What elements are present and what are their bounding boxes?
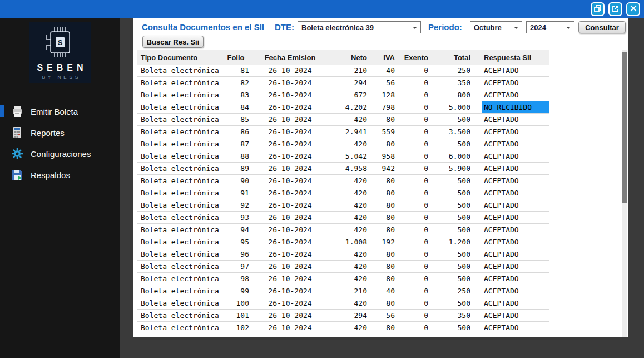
table-row[interactable]: Boleta electrónica 99 26-10-2024 210 40 … [137,285,549,297]
month-select[interactable]: Octubre [470,21,522,33]
tipo-documento-cell: Boleta electrónica [137,297,222,309]
fecha-emision-cell: 26-10-2024 [249,248,331,260]
iva-cell: 80 [367,322,395,334]
status-text: ACEPTADO [482,175,549,187]
total-cell: 250 [428,285,470,297]
close-icon [630,5,637,13]
restore-window-button[interactable] [591,2,605,16]
table-row[interactable]: Boleta electrónica 88 26-10-2024 5.042 9… [137,150,549,163]
total-cell: 5.900 [428,163,470,174]
iva-cell: 80 [367,248,395,260]
table-row[interactable]: Boleta electrónica 90 26-10-2024 420 80 … [137,175,549,187]
close-window-button[interactable] [626,2,640,16]
sidebar-item-respaldos[interactable]: Respaldos [0,164,120,185]
iva-cell: 40 [367,285,395,297]
respuesta-sii-cell: ACEPTADO [470,187,549,199]
respuesta-sii-cell: ACEPTADO [470,322,549,334]
maximize-window-button[interactable] [608,2,622,16]
table-row[interactable]: Boleta electrónica 84 26-10-2024 4.202 7… [137,101,549,114]
fecha-emision-cell: 26-10-2024 [249,187,331,199]
column-header: Total [428,52,470,63]
folio-cell: 98 [222,273,249,285]
tipo-documento-cell: Boleta electrónica [137,261,222,272]
neto-cell: 420 [331,199,367,211]
svg-text:S: S [58,38,63,47]
neto-cell: 420 [331,297,367,309]
sidebar-nav: Emitir Boleta Reportes [0,101,120,185]
total-cell: 500 [428,187,470,199]
column-header: Exento [395,52,428,63]
exento-cell: 0 [395,187,428,199]
table-row[interactable]: Boleta electrónica 87 26-10-2024 420 80 … [137,138,549,150]
table-row[interactable]: Boleta electrónica 98 26-10-2024 420 80 … [137,273,549,285]
total-cell: 1.200 [428,236,470,248]
column-header: Folio [222,52,249,63]
folio-cell: 101 [222,310,249,321]
dte-select-value: Boleta electrónica 39 [301,23,374,32]
year-select-value: 2024 [530,23,546,32]
vertical-scrollbar[interactable] [622,50,627,337]
app-logo: S SEBEN BY NESS [29,22,91,83]
dte-select[interactable]: Boleta electrónica 39 [298,21,421,33]
table-row[interactable]: Boleta electrónica 86 26-10-2024 2.941 5… [137,126,549,138]
exento-cell: 0 [395,114,428,125]
table-row[interactable]: Boleta electrónica 83 26-10-2024 672 128… [137,89,549,101]
sidebar-item-reportes[interactable]: Reportes [0,122,120,143]
fecha-emision-cell: 26-10-2024 [249,285,331,297]
table-row[interactable]: Boleta electrónica 89 26-10-2024 4.958 9… [137,163,549,175]
table-row[interactable]: Boleta electrónica 91 26-10-2024 420 80 … [137,187,549,199]
folio-cell: 87 [222,138,249,150]
fecha-emision-cell: 26-10-2024 [249,175,331,187]
table-row[interactable]: Boleta electrónica 102 26-10-2024 420 80… [137,322,549,334]
tipo-documento-cell: Boleta electrónica [137,187,222,199]
scrollbar-thumb[interactable] [622,52,627,203]
tipo-documento-cell: Boleta electrónica [137,138,222,150]
status-text: ACEPTADO [482,212,549,223]
table-header-row: Tipo DocumentoFolioFecha EmisionNetoIVAE… [137,50,549,65]
table-row[interactable]: Boleta electrónica 95 26-10-2024 1.008 1… [137,236,549,248]
buscar-res-sii-button[interactable]: Buscar Res. Sii [142,36,204,48]
sidebar-item-label: Respaldos [31,170,70,180]
table-row[interactable]: Boleta electrónica 81 26-10-2024 210 40 … [137,65,549,77]
documents-table: Tipo DocumentoFolioFecha EmisionNetoIVAE… [137,50,549,334]
respuesta-sii-cell: ACEPTADO [470,175,549,187]
total-cell: 500 [428,199,470,211]
folio-cell: 90 [222,175,249,187]
neto-cell: 420 [331,138,367,150]
consultar-button[interactable]: Consultar [578,21,626,33]
year-select[interactable]: 2024 [526,21,574,33]
respuesta-sii-cell: ACEPTADO [470,310,549,321]
neto-cell: 5.042 [331,150,367,162]
table-row[interactable]: Boleta electrónica 93 26-10-2024 420 80 … [137,212,549,224]
neto-cell: 420 [331,114,367,125]
sidebar-item-configuraciones[interactable]: Configuraciones [0,143,120,164]
table-row[interactable]: Boleta electrónica 92 26-10-2024 420 80 … [137,199,549,212]
fecha-emision-cell: 26-10-2024 [249,212,331,223]
fecha-emision-cell: 26-10-2024 [249,89,331,101]
table-body: Boleta electrónica 81 26-10-2024 210 40 … [137,65,549,334]
table-row[interactable]: Boleta electrónica 101 26-10-2024 294 56… [137,310,549,322]
status-text: ACEPTADO [482,89,549,101]
table-row[interactable]: Boleta electrónica 100 26-10-2024 420 80… [137,297,549,310]
iva-cell: 942 [367,163,395,174]
table-row[interactable]: Boleta electrónica 82 26-10-2024 294 56 … [137,77,549,89]
tipo-documento-cell: Boleta electrónica [137,175,222,187]
table-row[interactable]: Boleta electrónica 85 26-10-2024 420 80 … [137,114,549,126]
exento-cell: 0 [395,126,428,138]
folio-cell: 94 [222,224,249,236]
folio-cell: 92 [222,199,249,211]
table-row[interactable]: Boleta electrónica 96 26-10-2024 420 80 … [137,248,549,261]
table-row[interactable]: Boleta electrónica 94 26-10-2024 420 80 … [137,224,549,236]
sidebar-item-emitir-boleta[interactable]: Emitir Boleta [0,101,120,122]
total-cell: 500 [428,248,470,260]
maximize-icon [612,5,619,14]
periodo-label: Periodo: [428,22,462,32]
total-cell: 500 [428,224,470,236]
exento-cell: 0 [395,261,428,272]
active-indicator [0,105,4,117]
status-text: ACEPTADO [482,187,549,199]
status-text: ACEPTADO [482,224,549,236]
total-cell: 500 [428,138,470,150]
table-row[interactable]: Boleta electrónica 97 26-10-2024 420 80 … [137,261,549,273]
exento-cell: 0 [395,89,428,101]
